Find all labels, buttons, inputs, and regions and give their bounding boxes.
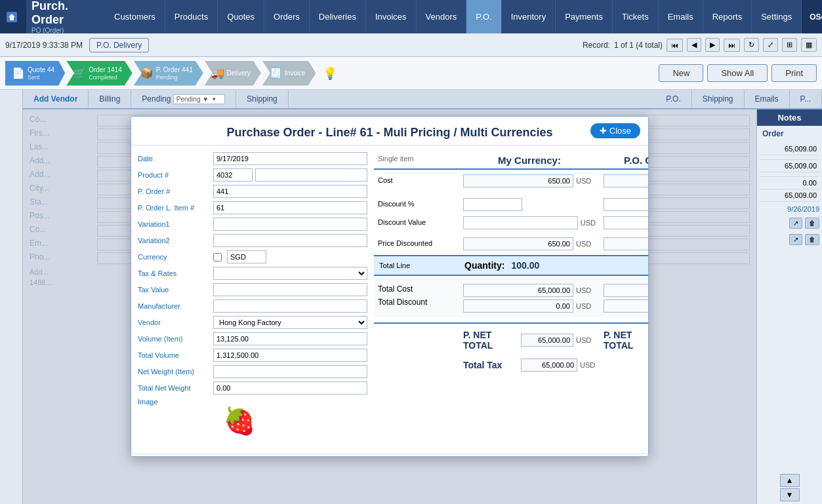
my-discount-val-input[interactable]: [463, 216, 578, 229]
po-line-input[interactable]: [213, 201, 367, 214]
variation2-label: Variation2: [138, 237, 213, 244]
price-discounted-label: Price Discounted: [374, 235, 459, 252]
my-tax-currency: USD: [580, 361, 600, 369]
wf-step-invoice[interactable]: 🧾 Invoice: [262, 61, 316, 86]
last-record-button[interactable]: ⏭: [724, 39, 740, 52]
show-all-button[interactable]: Show All: [707, 64, 768, 82]
product-input2[interactable]: [255, 168, 367, 182]
notes-edit-icon-1[interactable]: ↗: [789, 218, 802, 229]
modal-close-button[interactable]: ✚ Close: [590, 123, 640, 138]
date-label: Date: [138, 155, 213, 163]
net-weight-input[interactable]: [213, 365, 367, 378]
po-order-input[interactable]: [213, 185, 367, 198]
wf-step-po[interactable]: 📦 P. Order 441 Pending: [134, 61, 203, 86]
notes-val-1: 65,009.00: [760, 143, 819, 155]
manufacturer-input[interactable]: [213, 300, 367, 313]
nav-deliveries[interactable]: Deliveries: [310, 0, 366, 33]
nav-emails[interactable]: Emails: [659, 0, 703, 33]
nav-vendors[interactable]: Vendors: [417, 0, 467, 33]
left-panel: [0, 90, 23, 504]
new-button[interactable]: New: [659, 64, 703, 82]
tab-billing[interactable]: Billing: [89, 90, 131, 108]
wf-invoice-label: Invoice: [285, 69, 306, 77]
po-cost-input[interactable]: [604, 174, 649, 187]
image-label: Image: [138, 398, 213, 406]
po-total-discount-input[interactable]: [604, 300, 649, 313]
grid-view-button[interactable]: ⊞: [782, 38, 797, 52]
tab-pending[interactable]: Pending Pending ▼: [131, 90, 236, 108]
my-pnet-input[interactable]: [521, 334, 573, 347]
volume-input[interactable]: [213, 332, 367, 345]
notes-panel-header: Notes: [757, 109, 822, 126]
wf-step-order[interactable]: 🛒 Order 1414 Completed: [66, 61, 133, 86]
date-input[interactable]: [213, 152, 367, 165]
prev-record-button[interactable]: ◀: [687, 38, 701, 52]
notes-delete-icon-2[interactable]: 🗑: [805, 234, 819, 245]
my-price-discounted-input[interactable]: [463, 237, 573, 250]
my-discount-pct-input[interactable]: [463, 198, 522, 211]
my-total-discount-input[interactable]: [463, 300, 573, 313]
modal-body: Date Product # P. Ord: [131, 145, 648, 454]
tab-add-vendor[interactable]: Add Vendor: [23, 90, 89, 108]
wf-step-delivery[interactable]: 🚚 Delivery: [205, 61, 261, 86]
product-image: 🍓: [213, 398, 266, 444]
product-input[interactable]: [213, 168, 253, 182]
total-cost-label-l: Total Cost Total Discount: [374, 282, 459, 315]
tax-rates-select[interactable]: [213, 267, 367, 280]
po-delivery-button[interactable]: P.O. Delivery: [89, 38, 149, 52]
po-discount-val-input[interactable]: [604, 216, 649, 229]
tab-po[interactable]: P.O.: [655, 90, 691, 108]
tax-value-input[interactable]: [213, 283, 367, 296]
tab-shipping[interactable]: Shipping: [236, 90, 289, 108]
notes-section-order: Order: [757, 126, 822, 142]
notes-delete-icon-1[interactable]: 🗑: [805, 218, 819, 229]
nav-customers[interactable]: Customers: [105, 0, 165, 33]
po-discount-pct-input[interactable]: [604, 198, 649, 211]
nav-inventory[interactable]: Inventory: [502, 0, 556, 33]
nav-po[interactable]: P.O.: [466, 0, 501, 33]
refresh-button[interactable]: ↻: [744, 38, 759, 52]
scroll-up-button[interactable]: ▲: [780, 474, 800, 487]
nav-reports[interactable]: Reports: [703, 0, 752, 33]
currency-label: Currency: [138, 253, 213, 261]
po-total-cost-input[interactable]: [604, 284, 649, 297]
currency-input[interactable]: [227, 250, 266, 263]
print-button[interactable]: Print: [771, 64, 817, 82]
nav-products[interactable]: Products: [165, 0, 218, 33]
currency-checkbox[interactable]: [213, 253, 222, 262]
nav-quotes[interactable]: Quotes: [218, 0, 264, 33]
next-record-button[interactable]: ▶: [705, 38, 720, 52]
total-line-label: Total Line: [379, 262, 464, 269]
variation2-input[interactable]: [213, 234, 367, 247]
first-record-button[interactable]: ⏮: [667, 39, 683, 52]
scroll-down-button[interactable]: ▼: [780, 488, 800, 501]
nav-tickets[interactable]: Tickets: [613, 0, 659, 33]
nav-orders[interactable]: Orders: [264, 0, 310, 33]
qty-value: 100.00: [511, 260, 539, 271]
tab-more[interactable]: P...: [790, 90, 822, 108]
expand-button[interactable]: ⤢: [763, 38, 778, 52]
list-view-button[interactable]: ▦: [801, 38, 817, 52]
variation1-input[interactable]: [213, 218, 367, 231]
my-cost-input[interactable]: [463, 174, 573, 187]
my-price-discounted-currency: USD: [576, 240, 596, 248]
wf-step-quote[interactable]: 📄 Quote 44 Sent: [5, 61, 65, 86]
nav-payments[interactable]: Payments: [556, 0, 613, 33]
po-price-discounted-input[interactable]: [604, 237, 649, 250]
tax-rates-label: Tax & Rates: [138, 269, 213, 277]
my-discount-val-currency: USD: [581, 219, 596, 227]
product-label: Product #: [138, 171, 213, 179]
manufacturer-label: Manufacturer: [138, 302, 213, 310]
tab-shipping2[interactable]: Shipping: [692, 90, 745, 108]
my-total-cost-input[interactable]: [463, 284, 573, 297]
my-tax-input[interactable]: [521, 359, 577, 372]
total-net-weight-input[interactable]: [213, 381, 367, 395]
tab-emails[interactable]: Emails: [745, 90, 790, 108]
wf-order-label: Order 1414: [89, 66, 122, 74]
pending-select[interactable]: Pending ▼: [173, 94, 225, 104]
vendor-select[interactable]: Hong Kong Factory: [213, 316, 367, 329]
nav-settings[interactable]: Settings: [752, 0, 802, 33]
total-volume-input[interactable]: [213, 349, 367, 362]
nav-invoices[interactable]: Invoices: [366, 0, 417, 33]
notes-edit-icon-2[interactable]: ↗: [789, 234, 802, 245]
